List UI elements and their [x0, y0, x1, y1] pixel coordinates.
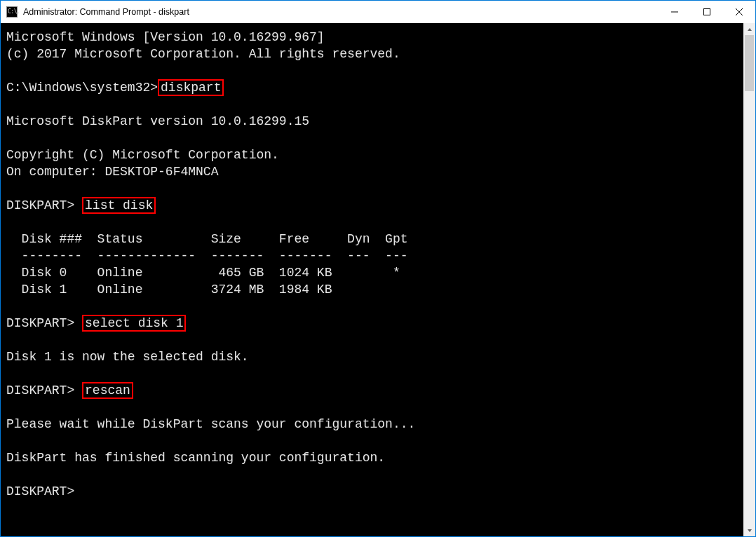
- scroll-down-button[interactable]: [743, 524, 755, 536]
- maximize-icon: [703, 8, 710, 15]
- cmd-diskpart-highlight: diskpart: [158, 79, 224, 96]
- blank-line: [6, 433, 743, 449]
- line-version: Microsoft Windows [Version 10.0.16299.96…: [6, 29, 743, 46]
- blank-line: [6, 62, 743, 79]
- close-button[interactable]: [723, 1, 755, 23]
- title-left-group: C:\. Administrator: Command Prompt - dis…: [1, 6, 189, 18]
- blank-line: [6, 399, 743, 416]
- chevron-up-icon: [747, 27, 752, 32]
- blank-line: [6, 214, 743, 231]
- blank-line: [6, 130, 743, 147]
- minimize-icon: [671, 8, 678, 15]
- blank-line: [6, 365, 743, 382]
- line-diskpart-copyright: Copyright (C) Microsoft Corporation.: [6, 147, 743, 163]
- line-finished: DiskPart has finished scanning your conf…: [6, 449, 743, 466]
- titlebar[interactable]: C:\. Administrator: Command Prompt - dis…: [1, 1, 755, 23]
- minimize-button[interactable]: [659, 1, 691, 23]
- scroll-thumb[interactable]: [745, 35, 754, 91]
- line-cmd-diskpart: C:\Windows\system32>diskpart: [6, 79, 743, 96]
- line-diskpart-version: Microsoft DiskPart version 10.0.16299.15: [6, 113, 743, 130]
- window-frame: C:\. Administrator: Command Prompt - dis…: [0, 0, 756, 537]
- prompt-diskpart: DISKPART>: [6, 383, 82, 397]
- vertical-scrollbar[interactable]: [743, 23, 755, 536]
- table-divider: -------- ------------- ------- ------- -…: [6, 247, 743, 264]
- line-selected: Disk 1 is now the selected disk.: [6, 348, 743, 365]
- line-copyright: (c) 2017 Microsoft Corporation. All righ…: [6, 46, 743, 62]
- svg-rect-1: [704, 9, 710, 15]
- scroll-up-button[interactable]: [743, 23, 755, 35]
- table-header: Disk ### Status Size Free Dyn Gpt: [6, 231, 743, 247]
- window-title: Administrator: Command Prompt - diskpart: [23, 7, 189, 17]
- cmd-rescan-highlight: rescan: [82, 382, 133, 399]
- blank-line: [6, 298, 743, 315]
- scroll-track[interactable]: [743, 35, 755, 524]
- blank-line: [6, 466, 743, 483]
- table-row: Disk 0 Online 465 GB 1024 KB *: [6, 264, 743, 281]
- svg-marker-4: [748, 28, 752, 31]
- table-row: Disk 1 Online 3724 MB 1984 KB: [6, 281, 743, 298]
- prompt-final: DISKPART>: [6, 483, 743, 500]
- blank-line: [6, 180, 743, 197]
- prompt-diskpart: DISKPART>: [6, 198, 82, 212]
- blank-line: [6, 332, 743, 348]
- prompt-diskpart: DISKPART>: [6, 316, 82, 330]
- line-cmd-rescan: DISKPART> rescan: [6, 382, 743, 399]
- cmd-icon: C:\.: [6, 6, 18, 18]
- svg-marker-5: [748, 529, 752, 532]
- cmd-listdisk-highlight: list disk: [82, 197, 156, 214]
- close-icon: [736, 8, 743, 15]
- cmd-selectdisk-highlight: select disk 1: [82, 315, 186, 332]
- blank-line: [6, 96, 743, 113]
- terminal-output[interactable]: Microsoft Windows [Version 10.0.16299.96…: [1, 23, 743, 536]
- client-area: Microsoft Windows [Version 10.0.16299.96…: [1, 23, 755, 536]
- line-wait: Please wait while DiskPart scans your co…: [6, 416, 743, 433]
- line-cmd-listdisk: DISKPART> list disk: [6, 197, 743, 214]
- line-on-computer: On computer: DESKTOP-6F4MNCA: [6, 163, 743, 180]
- maximize-button[interactable]: [691, 1, 723, 23]
- prompt-sys32: C:\Windows\system32>: [6, 81, 158, 95]
- window-controls: [659, 1, 755, 23]
- chevron-down-icon: [747, 528, 752, 533]
- line-cmd-selectdisk: DISKPART> select disk 1: [6, 315, 743, 332]
